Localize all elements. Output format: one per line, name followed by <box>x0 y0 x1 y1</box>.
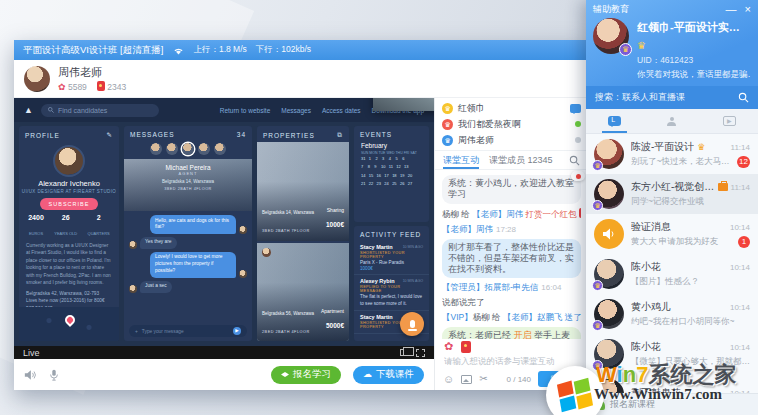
trophy-icon: ♛ <box>442 103 453 114</box>
property-item: Belgradska 14, Warszawa 3BED 2BATH 7FLOO… <box>257 142 349 241</box>
profile-map <box>19 307 119 341</box>
popout-window-icon[interactable] <box>400 349 409 356</box>
dashboard-properties-card: PROPERTIES⧉ Belgradska 14, Warszawa 3BED… <box>257 126 349 341</box>
briefcase-icon <box>718 183 728 191</box>
user-signature: 你哭着对我说，童话里都是骗… <box>637 69 751 81</box>
window-titlebar: 平面设计高级VI设计班 [超清直播] 上行：1.8 M/s 下行：102kb/s <box>14 40 588 60</box>
close-icon[interactable]: × <box>745 4 751 15</box>
search-icon[interactable] <box>569 155 580 166</box>
search-icon[interactable] <box>738 92 749 103</box>
dashboard-navbar: ▲ Find candidates Return to website Mess… <box>14 98 434 122</box>
profile-role: UI/UX DESIGNER AT FIREART STUDIO <box>19 189 119 194</box>
gift-message: 【VIP】杨柳 给 【老师】赵鹏飞 送了 ✿15:33 <box>442 312 581 323</box>
room-list: ♛ 红领巾 ♛ 我们都爱熬夜啊 ♛ 周伟老师 <box>435 98 588 151</box>
cloud-download-icon: ☁ <box>363 370 372 379</box>
dashboard-events-card: EVENTS February SUN MON TUE WED THU FRI … <box>354 126 429 222</box>
tab-class-interaction[interactable]: 课堂互动 <box>443 151 479 169</box>
send-button[interactable]: 发送 <box>538 371 580 387</box>
live-label: Live <box>23 348 40 358</box>
admin-message: 说都说完了 <box>442 297 581 308</box>
contact-avatar: ♛ <box>594 339 624 369</box>
system-mic-open-message: 系统：老师已经 开启 举手上麦申请 <box>442 327 581 339</box>
room-item[interactable]: ♛ 红领巾 <box>435 100 588 116</box>
chat-bubble-icon[interactable] <box>570 104 581 113</box>
contact-row[interactable]: ♛ 陈波-平面设计♛11:14 别玩了~快过来，老大马上到了…12 <box>586 134 758 174</box>
tab-messages[interactable] <box>586 109 643 133</box>
teacher-avatar[interactable] <box>24 66 50 92</box>
dashboard-link: Return to website <box>220 107 271 114</box>
contact-row[interactable]: ♛ 陈小花10:14 【微笑】只要心够大，那就都是缺心眼~ <box>586 334 758 374</box>
dashboard-link: Access dates <box>322 107 361 114</box>
profile-name: Alexandr Ivchenko <box>19 179 119 188</box>
offline-dot <box>575 137 581 143</box>
microphone-icon[interactable] <box>48 369 60 381</box>
contact-row[interactable]: ♛ 东方小红-视觉创达设计11:14 同学~记得交作业哦 <box>586 174 758 214</box>
agent-address: Belgradska 14, Warszawa <box>124 179 252 184</box>
red-packet-icon[interactable] <box>461 341 471 353</box>
message-header: 【管理员】拓展部-申先信16:04 <box>442 282 581 293</box>
signup-new-course-bar[interactable]: 报名新课程 <box>586 393 758 415</box>
messages-card-title: MESSAGES <box>130 131 174 138</box>
vip-trophy-badge: ♛ <box>592 200 603 211</box>
chat-avatar <box>129 241 137 249</box>
chat-input[interactable] <box>435 354 588 368</box>
send-arrow-icon: ▶ <box>233 327 241 335</box>
notification-pill[interactable] <box>571 171 585 181</box>
user-avatar[interactable]: ♛ <box>593 18 629 54</box>
vip-trophy-badge: ♛ <box>592 320 603 331</box>
desktop: 平面设计高级VI设计班 [超清直播] 上行：1.8 M/s 下行：102kb/s… <box>0 0 758 415</box>
screenshot-icon[interactable]: ✂ <box>479 374 487 384</box>
agent-name: Michael Pereira <box>124 164 252 171</box>
crown-icon: ♛ <box>637 40 646 51</box>
subscribe-button: SUBSCRIBE <box>40 198 98 210</box>
tab-class-members[interactable]: 课堂成员 12345 <box>489 154 553 167</box>
profile-bio: Currently working as a UI/UX Designer at… <box>19 242 119 287</box>
user-name: 红领巾-平面设计实… <box>637 20 740 35</box>
verification-messages-row[interactable]: 验证消息10:14 黄大大 申请加我为好友1 <box>586 214 758 254</box>
events-card-title: EVENTS <box>360 131 392 138</box>
vip-trophy-badge: ♛ <box>592 360 603 371</box>
contacts-sidebar-window: 辅助教育 — × ♛ 红领巾-平面设计实… ♛ UID：4612423 你哭着对… <box>586 0 758 415</box>
teacher-message: 刚才那车看了，整体性价比还是不错的，但是车架还有前叉，实在找不到资料。 <box>442 239 581 279</box>
chat-avatar <box>239 270 247 278</box>
red-packet-count: 2343 <box>107 82 126 92</box>
online-dot <box>575 121 581 127</box>
emoji-icon[interactable]: ☺ <box>443 374 454 385</box>
map-pin-icon <box>63 313 77 327</box>
agent-role: AGENT <box>124 171 252 176</box>
room-item[interactable]: ♛ 周伟老师 <box>435 132 588 148</box>
fullscreen-icon[interactable] <box>416 349 425 357</box>
quick-emoji-row: ✿ <box>435 339 588 354</box>
speaker-icon[interactable] <box>24 369 36 381</box>
teacher-bar: 周伟老师 ✿ 5589 2343 <box>14 60 588 98</box>
contacts-search-bar[interactable]: 搜索：联系人和直播课 <box>586 86 758 109</box>
profile-card-title: PROFILE <box>25 132 60 139</box>
dashboard-activity-card: ACTIVITY FEED 10 MIN AGO Stacy Martin SH… <box>354 226 429 341</box>
signup-study-button[interactable]: 报名学习 <box>271 366 341 384</box>
contact-row[interactable]: ♛ 黄小鸡儿10:14 约吧~我在村口小胡同等你~ <box>586 294 758 334</box>
system-welcome-message: 系统：黄小鸡儿，欢迎进入教室学习 <box>442 175 581 204</box>
live-video-stream[interactable]: ▲ Find candidates Return to website Mess… <box>14 98 434 346</box>
rose-icon[interactable]: ✿ <box>444 340 453 353</box>
tab-courses[interactable]: ▶ <box>701 109 758 133</box>
profile-stats: 2400EUROS 26YEARS OLD 2QUARTERS <box>19 214 119 239</box>
dashboard-link: Messages <box>281 107 311 114</box>
room-item[interactable]: ♛ 我们都爱熬夜啊 <box>435 116 588 132</box>
profile-avatar <box>53 145 85 177</box>
minimize-icon[interactable]: — <box>726 4 737 15</box>
agent-photo: Michael Pereira AGENT Belgradska 14, War… <box>124 159 252 211</box>
dashboard-search-placeholder: Find candidates <box>58 107 107 114</box>
calendar-month: February <box>354 141 429 151</box>
crown-icon: ♛ <box>697 142 705 152</box>
teacher-webcam-overlay[interactable]: ⊕ <box>373 98 434 111</box>
image-icon[interactable] <box>461 375 472 384</box>
properties-card-title: PROPERTIES <box>263 132 315 139</box>
tab-contacts[interactable] <box>643 109 700 133</box>
property-agent-avatar <box>262 248 271 257</box>
contact-row[interactable]: ♛ 剩下魅鬼花10:14 <box>586 374 758 393</box>
classroom-chat-panel: ♛ 红领巾 ♛ 我们都爱熬夜啊 ♛ 周伟老师 <box>434 98 588 390</box>
download-courseware-button[interactable]: ☁ 下载课件 <box>353 366 424 384</box>
flower-count: 5589 <box>68 82 87 92</box>
contact-list: ♛ 陈波-平面设计♛11:14 别玩了~快过来，老大马上到了…12 ♛ 东方小红… <box>586 134 758 393</box>
contact-row[interactable]: ♛ 陈小花10:14 【图片】性感么？ <box>586 254 758 294</box>
